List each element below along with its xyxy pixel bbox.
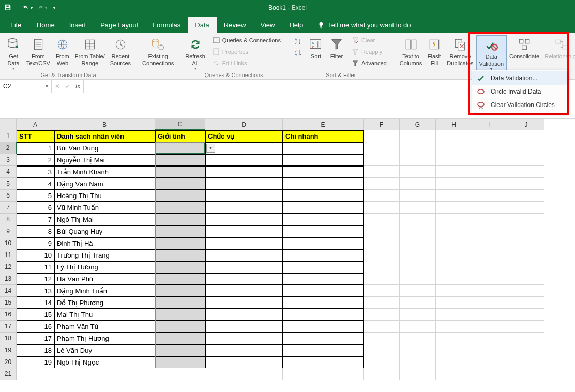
cell-C4[interactable] [155, 166, 205, 178]
cell-H7[interactable] [436, 202, 472, 214]
cell-D1[interactable]: Chức vụ [205, 130, 283, 142]
consolidate-button[interactable]: Consolidate [507, 35, 542, 61]
cell-D7[interactable] [205, 202, 283, 214]
cell-G13[interactable] [400, 273, 436, 285]
cell-H8[interactable] [436, 214, 472, 225]
cell-A7[interactable]: 6 [17, 202, 54, 214]
cell-G6[interactable] [400, 190, 436, 202]
cell-B4[interactable]: Trần Minh Khánh [54, 166, 155, 178]
cell-E2[interactable] [283, 142, 364, 154]
cell-B2[interactable]: Bùi Văn Dũng [54, 142, 155, 154]
cell-F11[interactable] [364, 249, 400, 261]
cell-I19[interactable] [472, 344, 508, 356]
cell-G1[interactable] [400, 130, 436, 142]
row-header-20[interactable]: 20 [0, 356, 17, 368]
cell-I18[interactable] [472, 333, 508, 344]
col-header-F[interactable]: F [364, 119, 400, 130]
cell-B9[interactable]: Bùi Quang Huy [54, 225, 155, 237]
cell-A3[interactable]: 2 [17, 154, 54, 166]
cell-E3[interactable] [283, 154, 364, 166]
cell-G17[interactable] [400, 321, 436, 333]
cell-I7[interactable] [472, 202, 508, 214]
cell-G2[interactable] [400, 142, 436, 154]
col-header-G[interactable]: G [400, 119, 436, 130]
cell-F10[interactable] [364, 237, 400, 249]
cell-I1[interactable] [472, 130, 508, 142]
cell-E10[interactable] [283, 237, 364, 249]
from-web-button[interactable]: From Web [53, 35, 72, 67]
row-header-15[interactable]: 15 [0, 297, 17, 309]
cell-H17[interactable] [436, 321, 472, 333]
cell-A9[interactable]: 8 [17, 225, 54, 237]
cell-F6[interactable] [364, 190, 400, 202]
cell-E21[interactable] [283, 368, 364, 380]
cell-A1[interactable]: STT [17, 130, 54, 142]
cell-A5[interactable]: 4 [17, 178, 54, 190]
cell-E8[interactable] [283, 214, 364, 225]
cell-J3[interactable] [508, 154, 544, 166]
cell-H20[interactable] [436, 356, 472, 368]
row-header-16[interactable]: 16 [0, 309, 17, 321]
col-header-B[interactable]: B [54, 119, 155, 130]
cell-J17[interactable] [508, 321, 544, 333]
cell-C8[interactable] [155, 214, 205, 225]
cell-C21[interactable] [155, 368, 205, 380]
cell-I3[interactable] [472, 154, 508, 166]
cell-A15[interactable]: 14 [17, 297, 54, 309]
cell-I21[interactable] [472, 368, 508, 380]
undo-icon[interactable]: ▾ [22, 4, 33, 11]
cell-E1[interactable]: Chi nhánh [283, 130, 364, 142]
cell-E7[interactable] [283, 202, 364, 214]
cell-B10[interactable]: Đinh Thị Hà [54, 237, 155, 249]
cell-A19[interactable]: 18 [17, 344, 54, 356]
name-box-input[interactable] [3, 83, 48, 90]
row-header-17[interactable]: 17 [0, 321, 17, 333]
cell-C12[interactable] [155, 261, 205, 273]
col-header-C[interactable]: C [155, 119, 205, 130]
cell-I6[interactable] [472, 190, 508, 202]
cell-B16[interactable]: Mai Thị Thu [54, 309, 155, 321]
tab-formulas[interactable]: Formulas [145, 17, 188, 33]
cell-E16[interactable] [283, 309, 364, 321]
cell-J6[interactable] [508, 190, 544, 202]
row-header-8[interactable]: 8 [0, 214, 17, 225]
from-csv-button[interactable]: From Text/CSV [24, 35, 53, 67]
cell-E6[interactable] [283, 190, 364, 202]
cell-H11[interactable] [436, 249, 472, 261]
cell-B3[interactable]: Nguyễn Thị Mai [54, 154, 155, 166]
name-box-dropdown-icon[interactable]: ▼ [44, 84, 49, 89]
validation-dropdown-arrow[interactable]: ▼ [206, 144, 215, 153]
cell-G15[interactable] [400, 297, 436, 309]
cell-D12[interactable] [205, 261, 283, 273]
cell-F3[interactable] [364, 154, 400, 166]
cell-A16[interactable]: 15 [17, 309, 54, 321]
cell-A4[interactable]: 3 [17, 166, 54, 178]
existing-connections-button[interactable]: Existing Connections [140, 35, 176, 67]
cell-F1[interactable] [364, 130, 400, 142]
cell-D18[interactable] [205, 333, 283, 344]
advanced-filter-button[interactable]: Advanced [349, 58, 389, 68]
cell-J14[interactable] [508, 285, 544, 297]
cell-C10[interactable] [155, 237, 205, 249]
fx-icon[interactable]: fx [75, 83, 80, 90]
cell-J10[interactable] [508, 237, 544, 249]
cell-D10[interactable] [205, 237, 283, 249]
cell-B6[interactable]: Hoàng Thị Thu [54, 190, 155, 202]
remove-duplicates-button[interactable]: Remove Duplicates [444, 35, 476, 67]
cell-J5[interactable] [508, 178, 544, 190]
row-header-11[interactable]: 11 [0, 249, 17, 261]
cell-I16[interactable] [472, 309, 508, 321]
cell-F20[interactable] [364, 356, 400, 368]
cell-G7[interactable] [400, 202, 436, 214]
row-header-1[interactable]: 1 [0, 130, 17, 142]
cell-H9[interactable] [436, 225, 472, 237]
cell-F4[interactable] [364, 166, 400, 178]
cell-B11[interactable]: Trương Thị Trang [54, 249, 155, 261]
tab-insert[interactable]: Insert [62, 17, 94, 33]
cell-D13[interactable] [205, 273, 283, 285]
cell-F8[interactable] [364, 214, 400, 225]
tab-pagelayout[interactable]: Page Layout [93, 17, 145, 33]
cell-J7[interactable] [508, 202, 544, 214]
cell-G5[interactable] [400, 178, 436, 190]
cell-J1[interactable] [508, 130, 544, 142]
